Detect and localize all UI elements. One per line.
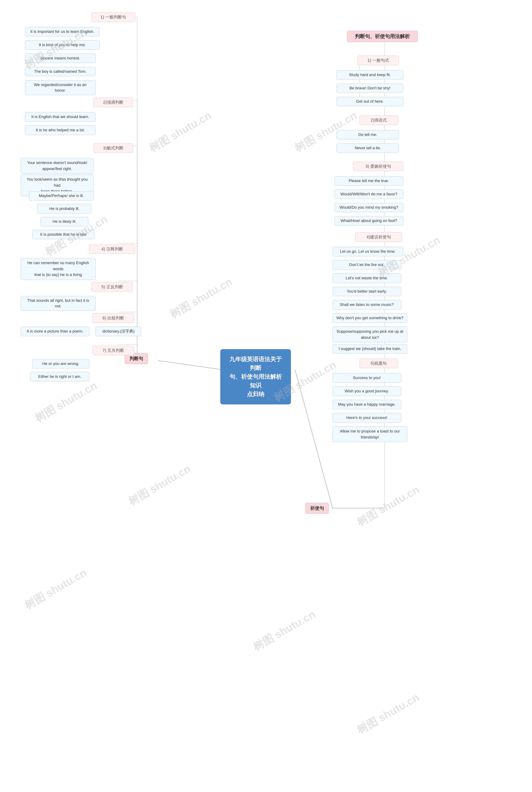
- content-r4-8: I suggest we (should) take the train.: [332, 344, 407, 354]
- watermark-2: 树图 shutu.cn: [147, 108, 214, 156]
- watermark-5: 树图 shutu.cn: [32, 378, 100, 426]
- section-header-r5: 5)祝愿句: [360, 359, 398, 368]
- svg-line-0: [158, 361, 225, 370]
- section-header-s6: 6) 比较判断: [93, 314, 134, 323]
- content-r2-1: Do tell me.: [337, 130, 399, 139]
- content-s4-1: He can remember so many English words th…: [21, 258, 96, 280]
- content-s6-1: It is more a picture than a poem.: [21, 327, 89, 336]
- watermark-11: 树图 shutu.cn: [354, 482, 422, 530]
- content-s3-6: It is possible that he is late: [32, 230, 95, 239]
- content-s3-1: Your sentence doesn't sound/look/ appear…: [21, 158, 94, 173]
- section-header-s4: 4) 注释判断: [89, 244, 135, 254]
- content-r1-2: Be brave! Don't be shy!: [337, 83, 403, 93]
- content-r2-2: Never tell a lie.: [337, 144, 399, 153]
- content-s6-2: dictionary.(活字典): [96, 327, 141, 336]
- content-r5-4: Here's to your success!: [332, 413, 401, 422]
- watermark-6: 树图 shutu.cn: [126, 461, 193, 509]
- content-s1-4: The boy is called/named Tom.: [25, 67, 96, 76]
- content-s2-1: It is English that we should learn.: [25, 112, 96, 121]
- content-r1-3: Get out of here.: [337, 97, 403, 106]
- section-header-s7: 7) 互斥判断: [93, 346, 134, 355]
- content-s7-2: Either he is right or I am.: [30, 372, 89, 381]
- content-s3-4: He is probably ill.: [37, 204, 92, 213]
- watermark-7: 树图 shutu.cn: [22, 565, 89, 613]
- section-header-s1: 1) 一般判断句: [92, 13, 135, 22]
- content-r4-4: You'd better start early.: [332, 287, 401, 296]
- watermark-12: 树图 shutu.cn: [250, 607, 318, 655]
- mind-map-container: 树图 shutu.cn 树图 shutu.cn 树图 shutu.cn 树图 s…: [0, 0, 532, 792]
- content-r4-2: Don't let the fire out.: [332, 260, 401, 269]
- content-r5-5: Allow me to propose a toast to our frien…: [332, 427, 407, 442]
- content-r5-2: Wish you a good journey.: [332, 386, 401, 396]
- content-r4-6: Why don't you get something to drink?: [332, 314, 407, 323]
- content-r3-1: Please tell me the true.: [335, 176, 403, 186]
- content-s1-2: It is kind of you to help me.: [25, 40, 100, 50]
- content-s3-5: He is likely ill.: [40, 217, 88, 226]
- content-s3-3: Maybe/Perhaps/ she is ill.: [29, 191, 94, 201]
- content-r4-1: Let us go. Let us know the time.: [332, 247, 403, 256]
- content-r1-1: Study hard and keep fit.: [337, 70, 403, 80]
- content-r5-1: Success to you!: [332, 373, 401, 382]
- section-header-s5: 5) 正反判断: [92, 282, 133, 291]
- section-header-r4: 4)建议祈使句: [355, 232, 402, 242]
- central-node: 九年级英语语法关于判断 句、祈使句用法解析知识 点归纳: [220, 349, 291, 404]
- content-s1-3: sincere means honest.: [25, 54, 96, 63]
- watermark-13: 树图 shutu.cn: [354, 690, 422, 738]
- content-s7-1: He or you are wrong.: [32, 359, 89, 369]
- right-main-header: 判断句、祈使句用法解析: [347, 31, 418, 42]
- section-header-r2: 2)强语式: [360, 116, 398, 125]
- svg-line-1: [295, 370, 332, 508]
- content-r4-5: Shall we listen to some music?: [332, 300, 401, 309]
- section-header-r3: 3) 委婉祈使句: [353, 162, 403, 171]
- content-s1-5: We regarded/consider it as an honor.: [25, 80, 96, 95]
- content-r3-4: What/How/ about going on foot?: [335, 216, 403, 225]
- content-r3-3: Would/Do you mind my smoking?: [335, 203, 403, 212]
- section-header-s2: 2)强调判断: [94, 98, 133, 107]
- watermark-4: 树图 shutu.cn: [167, 275, 235, 322]
- content-s5-1: That sounds all right, but in fact it is…: [21, 296, 96, 311]
- content-s1-1: It is important for us to learn English.: [25, 27, 100, 36]
- content-r3-2: Would/Will/Won't do me a favor?: [335, 190, 403, 199]
- section-header-r1: 1) 一般句式: [358, 56, 399, 65]
- content-r4-3: Let's not waste the time.: [332, 274, 401, 283]
- content-r4-7: Suppose/supposing you pick me up at abou…: [332, 327, 407, 342]
- content-r5-3: May you have a happy marriage.: [332, 400, 401, 409]
- content-s2-2: It is he who helped me a lot.: [25, 126, 96, 135]
- branch-label-imperative: 祈使句: [305, 503, 329, 514]
- section-header-s3: 3)貌式判断: [94, 144, 133, 153]
